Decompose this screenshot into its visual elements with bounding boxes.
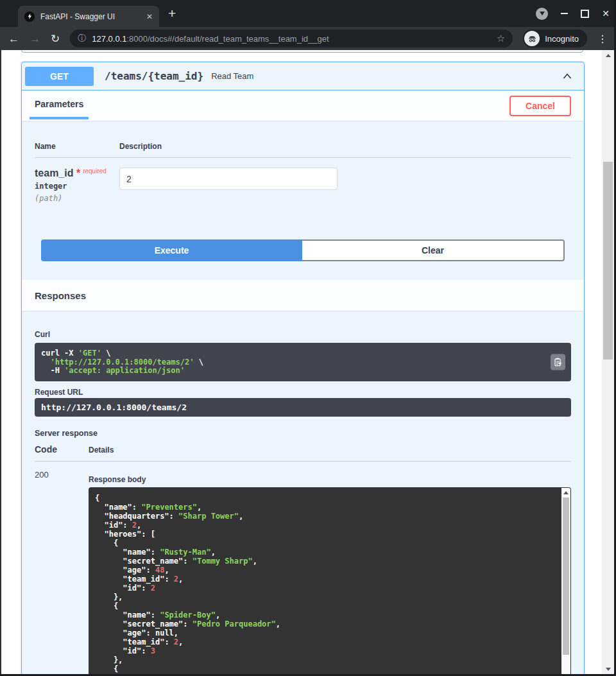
maximize-button[interactable]	[581, 10, 589, 18]
required-label: required	[83, 168, 107, 175]
tab-parameters[interactable]: Parameters	[30, 91, 89, 119]
request-url-value: http://127.0.0.1:8000/teams/2	[35, 398, 571, 417]
responses-body: Curl curl -X 'GET' \ 'http://127.0.0.1:8…	[22, 311, 584, 676]
endpoint-path: /teams/{team_id}	[105, 70, 203, 82]
response-details-cell: Response body { "name": "Preventers", "h…	[89, 470, 571, 676]
tab-strip: FastAPI - Swagger UI ✕ + ✕	[0, 0, 616, 27]
page-scrollbar-thumb[interactable]	[603, 162, 613, 360]
curl-label: Curl	[35, 330, 571, 339]
request-url-label: Request URL	[35, 388, 571, 397]
get-endpoint-block: GET /teams/{team_id} Read Team Parameter…	[21, 62, 585, 676]
cancel-button[interactable]: Cancel	[509, 96, 571, 116]
response-scrollbar-thumb[interactable]	[563, 498, 569, 655]
team-id-input[interactable]	[119, 168, 338, 190]
status-code: 200	[35, 470, 89, 676]
response-body-json: { "name": "Preventers", "headquarters": …	[95, 494, 556, 676]
tab-close-icon[interactable]: ✕	[146, 12, 153, 21]
column-header-description: Description	[119, 142, 162, 151]
page-scrollbar[interactable]	[602, 50, 614, 674]
scroll-up-icon[interactable]	[561, 488, 570, 497]
window-frame-left	[0, 50, 1, 676]
forward-button[interactable]: →	[30, 33, 40, 44]
fastapi-favicon-icon	[24, 12, 35, 22]
page-scroll-down-icon[interactable]	[602, 664, 614, 674]
page-scroll-up-icon[interactable]	[602, 50, 614, 60]
column-header-code: Code	[35, 444, 89, 455]
parameters-table: Name Description team_id *required integ…	[22, 121, 584, 212]
clear-button[interactable]: Clear	[302, 239, 565, 261]
window-close-button[interactable]: ✕	[602, 9, 610, 18]
parameter-value-cell	[119, 168, 338, 203]
previous-endpoint-block-edge	[21, 50, 583, 53]
method-badge: GET	[25, 67, 94, 86]
parameter-name-cell: team_id *required integer (path)	[35, 168, 119, 203]
response-table-header: Code Details	[35, 444, 571, 462]
site-info-icon[interactable]: ⓘ	[78, 33, 86, 44]
browser-menu-icon[interactable]: ⋮	[597, 33, 608, 45]
parameter-location: (path)	[35, 194, 119, 203]
swagger-page: GET /teams/{team_id} Read Team Parameter…	[0, 50, 616, 676]
browser-toolbar: ← → ↻ ⓘ 127.0.0.1:8000/docs#/default/rea…	[0, 27, 616, 50]
copy-to-clipboard-icon[interactable]	[551, 354, 565, 370]
incognito-label: Incognito	[545, 34, 579, 44]
back-button[interactable]: ←	[8, 33, 19, 44]
parameter-name: team_id	[35, 168, 73, 178]
address-bar[interactable]: ⓘ 127.0.0.1:8000/docs#/default/read_team…	[70, 30, 513, 48]
execute-button[interactable]: Execute	[41, 239, 302, 261]
parameter-type: integer	[35, 182, 119, 191]
server-response-label: Server response	[35, 429, 571, 438]
bookmark-star-icon[interactable]: ☆	[497, 33, 505, 44]
reload-button[interactable]: ↻	[51, 33, 60, 44]
endpoint-summary: Read Team	[211, 71, 253, 81]
parameters-section-header: Parameters Cancel	[22, 91, 584, 121]
tab-title: FastAPI - Swagger UI	[40, 12, 142, 21]
browser-tab[interactable]: FastAPI - Swagger UI ✕	[18, 6, 159, 27]
curl-command: curl -X 'GET' \ 'http://127.0.0.1:8000/t…	[41, 349, 565, 376]
incognito-icon	[524, 31, 540, 46]
column-header-details: Details	[89, 446, 114, 455]
tab-search-icon[interactable]	[536, 8, 548, 20]
response-body-scrollbar[interactable]	[561, 488, 570, 676]
parameter-row: team_id *required integer (path)	[35, 158, 571, 212]
url-text[interactable]: 127.0.0.1:8000/docs#/default/read_team_t…	[92, 34, 491, 44]
curl-block: curl -X 'GET' \ 'http://127.0.0.1:8000/t…	[35, 343, 571, 381]
execute-row: Execute Clear	[41, 239, 565, 261]
collapse-chevron-icon[interactable]	[561, 70, 574, 83]
incognito-badge: Incognito	[523, 30, 587, 48]
endpoint-summary-header[interactable]: GET /teams/{team_id} Read Team	[22, 62, 584, 91]
browser-window: FastAPI - Swagger UI ✕ + ✕ ← → ↻ ⓘ 127.0…	[0, 0, 616, 676]
response-body-label: Response body	[89, 475, 571, 484]
required-asterisk: *	[76, 168, 80, 178]
column-header-name: Name	[35, 142, 119, 151]
responses-title: Responses	[35, 290, 86, 301]
minimize-button[interactable]	[561, 13, 568, 14]
new-tab-button[interactable]: +	[168, 7, 176, 20]
responses-section-header: Responses	[22, 280, 584, 311]
response-body-block: { "name": "Preventers", "headquarters": …	[89, 487, 571, 676]
response-row: 200 Response body { "name": "Preventers"…	[35, 462, 571, 676]
